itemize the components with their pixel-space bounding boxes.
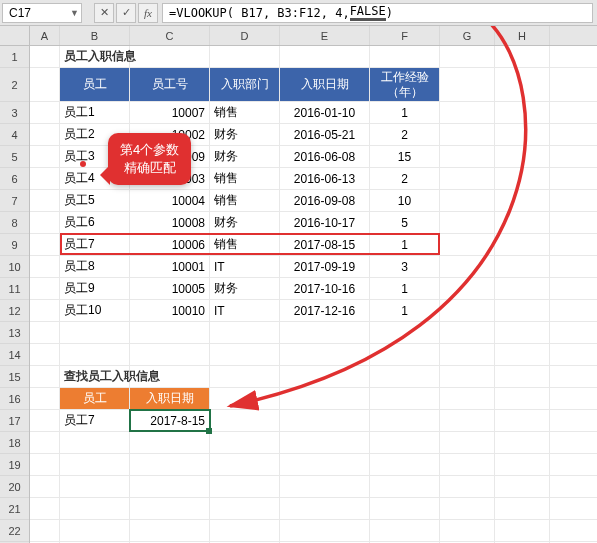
cell[interactable]: 2 bbox=[370, 168, 440, 189]
cell[interactable]: IT bbox=[210, 300, 280, 321]
cell[interactable] bbox=[210, 520, 280, 541]
col-header[interactable]: C bbox=[130, 26, 210, 45]
col-header[interactable]: H bbox=[495, 26, 550, 45]
cell[interactable] bbox=[30, 68, 60, 101]
cell[interactable]: 2017-10-16 bbox=[280, 278, 370, 299]
cell[interactable] bbox=[440, 168, 495, 189]
cell[interactable] bbox=[440, 432, 495, 453]
cell[interactable] bbox=[370, 432, 440, 453]
table-header[interactable]: 入职日期 bbox=[280, 68, 370, 101]
cell[interactable]: 员工8 bbox=[60, 256, 130, 277]
cell[interactable]: 财务 bbox=[210, 278, 280, 299]
cell[interactable]: 2017-12-16 bbox=[280, 300, 370, 321]
cell[interactable]: 2016-09-08 bbox=[280, 190, 370, 211]
cell[interactable]: 销售 bbox=[210, 102, 280, 123]
cell[interactable] bbox=[30, 322, 60, 343]
cell[interactable] bbox=[210, 46, 280, 67]
cell[interactable]: 财务 bbox=[210, 212, 280, 233]
cell[interactable] bbox=[130, 432, 210, 453]
cell[interactable] bbox=[210, 476, 280, 497]
cell[interactable] bbox=[495, 322, 550, 343]
cell[interactable] bbox=[130, 366, 210, 387]
cell[interactable] bbox=[130, 344, 210, 365]
cell[interactable] bbox=[130, 46, 210, 67]
col-header[interactable]: E bbox=[280, 26, 370, 45]
cell[interactable] bbox=[210, 432, 280, 453]
table-header[interactable]: 工作经验（年） bbox=[370, 68, 440, 101]
cell[interactable] bbox=[30, 168, 60, 189]
cell[interactable] bbox=[30, 256, 60, 277]
cell[interactable]: 销售 bbox=[210, 168, 280, 189]
cell[interactable]: 1 bbox=[370, 102, 440, 123]
row-header[interactable]: 13 bbox=[0, 322, 29, 344]
cell[interactable]: 10 bbox=[370, 190, 440, 211]
col-header[interactable]: B bbox=[60, 26, 130, 45]
cell[interactable] bbox=[495, 300, 550, 321]
row-header[interactable]: 20 bbox=[0, 476, 29, 498]
cell[interactable] bbox=[370, 322, 440, 343]
cell[interactable]: 财务 bbox=[210, 146, 280, 167]
cell[interactable] bbox=[30, 300, 60, 321]
cell[interactable]: 员工5 bbox=[60, 190, 130, 211]
cell[interactable]: 1 bbox=[370, 300, 440, 321]
col-header[interactable]: F bbox=[370, 26, 440, 45]
cell[interactable] bbox=[30, 498, 60, 519]
row-header[interactable]: 10 bbox=[0, 256, 29, 278]
cell[interactable] bbox=[440, 322, 495, 343]
cell[interactable]: 10005 bbox=[130, 278, 210, 299]
col-header[interactable]: D bbox=[210, 26, 280, 45]
cell[interactable]: 15 bbox=[370, 146, 440, 167]
cell[interactable] bbox=[495, 432, 550, 453]
cell[interactable]: 员工10 bbox=[60, 300, 130, 321]
cell[interactable]: 10006 bbox=[130, 234, 210, 255]
cell[interactable]: 员工7 bbox=[60, 234, 130, 255]
cell[interactable]: 2017-08-15 bbox=[280, 234, 370, 255]
table-header[interactable]: 员工 bbox=[60, 388, 130, 409]
cell[interactable] bbox=[30, 410, 60, 431]
cell[interactable] bbox=[440, 124, 495, 145]
cell[interactable] bbox=[130, 476, 210, 497]
cell[interactable] bbox=[280, 432, 370, 453]
cell[interactable] bbox=[30, 46, 60, 67]
cell[interactable] bbox=[495, 278, 550, 299]
cell[interactable] bbox=[280, 520, 370, 541]
cell[interactable] bbox=[30, 234, 60, 255]
cell[interactable]: 员工1 bbox=[60, 102, 130, 123]
cell[interactable] bbox=[210, 366, 280, 387]
cell[interactable] bbox=[30, 366, 60, 387]
cell[interactable] bbox=[440, 146, 495, 167]
cell[interactable] bbox=[495, 234, 550, 255]
cell[interactable] bbox=[210, 454, 280, 475]
row-header[interactable]: 6 bbox=[0, 168, 29, 190]
cell[interactable] bbox=[60, 322, 130, 343]
cell[interactable] bbox=[30, 102, 60, 123]
cell[interactable] bbox=[495, 68, 550, 101]
cell[interactable] bbox=[495, 520, 550, 541]
row-header[interactable]: 21 bbox=[0, 498, 29, 520]
cell[interactable] bbox=[440, 46, 495, 67]
cell[interactable] bbox=[130, 454, 210, 475]
cell[interactable] bbox=[440, 300, 495, 321]
cell[interactable]: 员工6 bbox=[60, 212, 130, 233]
cell[interactable] bbox=[495, 190, 550, 211]
cell[interactable] bbox=[440, 102, 495, 123]
cell[interactable] bbox=[210, 344, 280, 365]
section-title[interactable]: 查找员工入职信息 bbox=[60, 366, 130, 387]
cell[interactable] bbox=[370, 498, 440, 519]
insert-function-button[interactable]: fx bbox=[138, 3, 158, 23]
cell[interactable]: 10010 bbox=[130, 300, 210, 321]
row-header[interactable]: 14 bbox=[0, 344, 29, 366]
cell[interactable] bbox=[30, 454, 60, 475]
cell[interactable] bbox=[370, 520, 440, 541]
cell[interactable]: 2016-10-17 bbox=[280, 212, 370, 233]
cell[interactable] bbox=[440, 520, 495, 541]
cell[interactable] bbox=[60, 520, 130, 541]
cell[interactable]: IT bbox=[210, 256, 280, 277]
cell[interactable] bbox=[495, 454, 550, 475]
cell[interactable] bbox=[440, 454, 495, 475]
cell[interactable]: 员工9 bbox=[60, 278, 130, 299]
cell[interactable] bbox=[60, 476, 130, 497]
cell[interactable]: 财务 bbox=[210, 124, 280, 145]
col-header[interactable]: G bbox=[440, 26, 495, 45]
cell[interactable] bbox=[210, 410, 280, 431]
